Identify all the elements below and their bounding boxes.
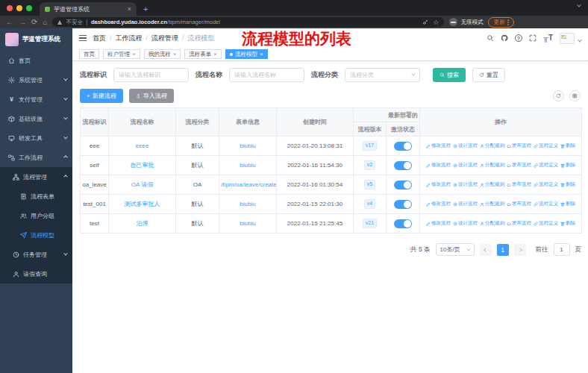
- goto-page-input[interactable]: [554, 243, 570, 256]
- close-window-button[interactable]: [7, 5, 13, 11]
- sidebar-item-home[interactable]: 首页: [0, 51, 72, 70]
- action-edit[interactable]: 修改流程: [426, 142, 451, 149]
- sidebar-item-devtools[interactable]: 研发工具: [0, 128, 72, 148]
- action-publish[interactable]: 发布流程: [507, 181, 531, 188]
- hamburger-icon[interactable]: [79, 35, 87, 41]
- action-assign[interactable]: 分配规则: [480, 220, 504, 227]
- tag-tenant[interactable]: 租户管理×: [103, 49, 140, 59]
- next-page-button[interactable]: [514, 244, 526, 256]
- address-bar[interactable]: 不安全 dashboard.yudao.iocoder.cn/bpm/manag…: [52, 17, 444, 27]
- close-icon[interactable]: ×: [213, 51, 217, 57]
- tag-my-process[interactable]: 我的流程×: [144, 49, 181, 59]
- action-assign[interactable]: 分配规则: [480, 201, 504, 207]
- action-publish[interactable]: 发布流程: [507, 142, 531, 149]
- import-process-button[interactable]: 导入流程: [129, 89, 174, 103]
- action-delete[interactable]: 删除: [560, 201, 575, 207]
- prev-page-button[interactable]: [480, 244, 492, 256]
- reload-button[interactable]: ⟳: [31, 19, 37, 26]
- form-link[interactable]: biubiu: [240, 220, 255, 227]
- active-toggle[interactable]: [394, 161, 412, 170]
- sidebar-item-process-form[interactable]: 流程表单: [0, 186, 72, 206]
- action-assign[interactable]: 分配规则: [480, 181, 504, 188]
- process-name-link[interactable]: 自己审批: [131, 162, 154, 169]
- action-design[interactable]: 设计流程: [453, 142, 478, 149]
- home-button[interactable]: ⌂: [43, 19, 47, 26]
- breadcrumb-home[interactable]: 首页: [93, 34, 106, 43]
- form-link[interactable]: biubiu: [240, 142, 255, 149]
- action-delete[interactable]: 删除: [560, 142, 575, 149]
- action-delete[interactable]: 删除: [560, 181, 575, 188]
- browser-tab[interactable]: 芋道管理系统 ×: [40, 2, 137, 16]
- search-icon[interactable]: [487, 34, 494, 42]
- action-definition[interactable]: 流程定义: [534, 162, 558, 169]
- action-definition[interactable]: 流程定义: [534, 201, 558, 207]
- sidebar-item-process-model[interactable]: 流程模型: [0, 225, 72, 245]
- form-link[interactable]: /bpm/oa/leave/create: [221, 181, 277, 188]
- refresh-table-button[interactable]: [553, 90, 564, 101]
- action-assign[interactable]: 分配规则: [480, 142, 504, 149]
- action-design[interactable]: 设计流程: [453, 181, 478, 188]
- password-key-icon[interactable]: [422, 19, 428, 25]
- process-name-link[interactable]: 测试多审批人: [125, 201, 160, 207]
- tag-process-model[interactable]: 流程模型×: [225, 49, 268, 59]
- action-definition[interactable]: 流程定义: [534, 142, 558, 149]
- action-definition[interactable]: 流程定义: [534, 220, 558, 227]
- action-design[interactable]: 设计流程: [453, 201, 478, 207]
- action-edit[interactable]: 修改流程: [426, 220, 451, 227]
- active-toggle[interactable]: [394, 181, 412, 189]
- minimize-window-button[interactable]: [16, 5, 22, 11]
- action-assign[interactable]: 分配规则: [480, 162, 504, 169]
- breadcrumb-process-mgmt[interactable]: 流程管理: [151, 34, 178, 43]
- tab-close-icon[interactable]: ×: [128, 6, 131, 13]
- close-icon[interactable]: ×: [173, 51, 177, 57]
- help-icon[interactable]: ?: [515, 34, 522, 42]
- action-publish[interactable]: 发布流程: [507, 201, 531, 207]
- process-key-input[interactable]: [113, 68, 189, 82]
- sidebar-item-leave-query[interactable]: 请假查询: [0, 264, 72, 283]
- action-edit[interactable]: 修改流程: [426, 201, 451, 207]
- user-avatar[interactable]: [560, 33, 575, 44]
- fullscreen-icon[interactable]: [529, 34, 537, 42]
- create-process-button[interactable]: + 新建流程: [80, 89, 123, 103]
- new-tab-button[interactable]: +: [143, 4, 148, 13]
- process-name-input[interactable]: [229, 68, 304, 82]
- action-publish[interactable]: 发布流程: [507, 162, 531, 169]
- breadcrumb-workflow[interactable]: 工作流程: [116, 34, 143, 43]
- sidebar-logo[interactable]: 芋道管理系统: [0, 28, 72, 51]
- process-name-link[interactable]: OA 请假: [131, 181, 153, 188]
- sidebar-item-user-group[interactable]: 用户分组: [0, 206, 72, 225]
- close-icon[interactable]: ×: [132, 51, 136, 57]
- process-name-link[interactable]: eeee: [136, 142, 149, 149]
- font-size-icon[interactable]: ╥T: [543, 34, 553, 42]
- reset-button[interactable]: 重置: [472, 68, 505, 82]
- sidebar-item-system[interactable]: 系统管理: [0, 70, 72, 90]
- maximize-window-button[interactable]: [26, 5, 32, 11]
- tag-process-form[interactable]: 流程表单×: [184, 49, 222, 59]
- action-publish[interactable]: 发布流程: [507, 220, 531, 227]
- active-toggle[interactable]: [394, 219, 412, 228]
- tab-search-icon[interactable]: [577, 3, 581, 7]
- action-design[interactable]: 设计流程: [453, 220, 478, 227]
- tag-home[interactable]: 首页: [79, 49, 99, 59]
- category-select[interactable]: 流程分类: [345, 68, 420, 82]
- active-toggle[interactable]: [394, 142, 412, 151]
- sidebar-item-infra[interactable]: 基础设施: [0, 109, 72, 128]
- browser-update-button[interactable]: 更新: [488, 17, 514, 28]
- sidebar-item-task-mgmt[interactable]: 任务管理: [0, 245, 72, 264]
- page-1-button[interactable]: 1: [497, 244, 509, 256]
- process-name-link[interactable]: 泊博: [137, 220, 148, 227]
- active-toggle[interactable]: [394, 200, 412, 209]
- bookmark-star-icon[interactable]: ☆: [433, 19, 439, 26]
- close-icon[interactable]: ×: [260, 51, 263, 57]
- page-size-select[interactable]: 10条/页: [436, 243, 475, 256]
- action-definition[interactable]: 流程定义: [534, 181, 558, 188]
- avatar-caret-icon[interactable]: [578, 38, 582, 43]
- form-link[interactable]: biubiu: [240, 162, 255, 169]
- action-delete[interactable]: 删除: [560, 162, 575, 169]
- column-settings-button[interactable]: [569, 90, 581, 101]
- action-delete[interactable]: 删除: [560, 220, 575, 227]
- search-button[interactable]: 搜索: [433, 68, 466, 82]
- back-button[interactable]: ←: [6, 19, 13, 26]
- sidebar-item-process-mgmt[interactable]: 流程管理: [0, 167, 72, 186]
- sidebar-item-workflow[interactable]: 工作流程: [0, 148, 72, 167]
